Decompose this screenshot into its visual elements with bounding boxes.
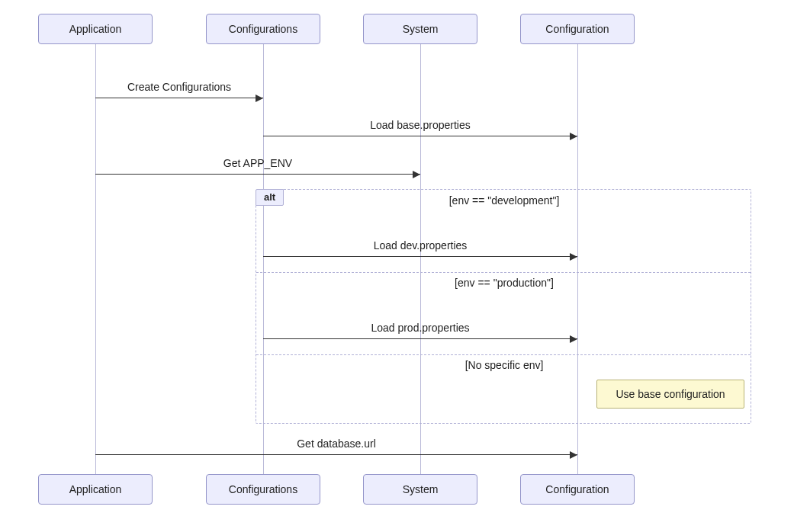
participant-label: Configurations xyxy=(229,23,297,35)
message-label-m4: Load dev.properties xyxy=(263,239,577,252)
note-text: Use base configuration xyxy=(616,388,725,400)
participant-label: System xyxy=(403,23,439,35)
participant-system-header: System xyxy=(363,14,477,44)
sequence-diagram: ApplicationConfigurationsSystemConfigura… xyxy=(0,0,794,532)
alt-guard: [No specific env] xyxy=(413,359,596,371)
message-label-m5: Load prod.properties xyxy=(263,322,577,334)
participant-configuration-header: Configuration xyxy=(520,14,635,44)
alt-divider xyxy=(256,354,751,355)
participant-application-header: Application xyxy=(38,14,153,44)
message-line-m3 xyxy=(95,174,420,175)
participant-label: System xyxy=(403,483,439,495)
participant-label: Application xyxy=(69,23,122,35)
arrowhead-icon xyxy=(570,451,577,459)
message-label-m6: Get database.url xyxy=(95,437,577,450)
alt-guard: [env == "production"] xyxy=(413,277,596,289)
arrowhead-icon xyxy=(570,253,577,261)
participant-configuration-footer: Configuration xyxy=(520,474,635,505)
alt-guard: [env == "development"] xyxy=(413,194,596,207)
participant-label: Configuration xyxy=(545,23,609,35)
participant-configurations-footer: Configurations xyxy=(206,474,320,505)
note-use-base-configuration: Use base configuration xyxy=(596,380,744,409)
message-line-m2 xyxy=(263,136,577,136)
arrowhead-icon xyxy=(570,335,577,343)
message-label-m3: Get APP_ENV xyxy=(95,157,420,169)
participant-label: Configuration xyxy=(545,483,609,495)
message-label-m2: Load base.properties xyxy=(263,119,577,131)
message-line-m6 xyxy=(95,454,577,455)
arrowhead-icon xyxy=(413,171,420,178)
alt-divider xyxy=(256,272,751,273)
participant-configurations-header: Configurations xyxy=(206,14,320,44)
participant-label: Configurations xyxy=(229,483,297,495)
message-label-m1: Create Configurations xyxy=(95,81,263,93)
participant-application-footer: Application xyxy=(38,474,153,505)
alt-tag-label: alt xyxy=(256,189,284,206)
message-line-m5 xyxy=(263,338,577,339)
participant-label: Application xyxy=(69,483,122,495)
arrowhead-icon xyxy=(256,95,263,102)
message-line-m4 xyxy=(263,256,577,257)
arrowhead-icon xyxy=(570,133,577,140)
participant-system-footer: System xyxy=(363,474,477,505)
lifeline-application xyxy=(95,44,96,474)
message-line-m1 xyxy=(95,98,263,98)
